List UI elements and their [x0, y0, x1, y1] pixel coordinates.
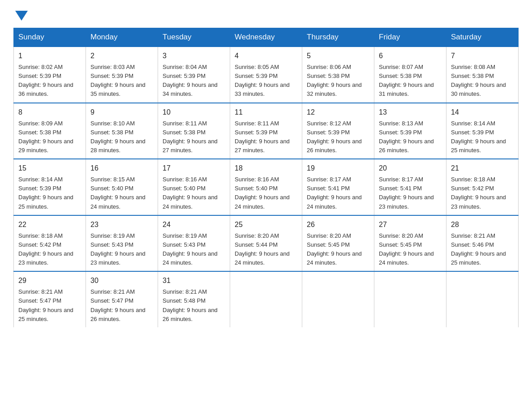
logo — [13, 9, 28, 21]
page-header — [13, 9, 519, 21]
day-info: Sunrise: 8:18 AMSunset: 5:42 PMDaylight:… — [18, 231, 81, 268]
day-info: Sunrise: 8:12 AMSunset: 5:39 PMDaylight:… — [307, 119, 369, 155]
calendar-table: SundayMondayTuesdayWednesdayThursdayFrid… — [13, 28, 519, 327]
weekday-header-sunday: Sunday — [14, 28, 86, 47]
day-number: 20 — [379, 163, 442, 174]
calendar-cell: 18Sunrise: 8:16 AMSunset: 5:40 PMDayligh… — [230, 159, 302, 215]
calendar-cell: 31Sunrise: 8:21 AMSunset: 5:48 PMDayligh… — [158, 271, 230, 327]
calendar-cell: 13Sunrise: 8:13 AMSunset: 5:39 PMDayligh… — [374, 103, 446, 159]
calendar-week-row: 15Sunrise: 8:14 AMSunset: 5:39 PMDayligh… — [14, 159, 519, 215]
calendar-cell: 30Sunrise: 8:21 AMSunset: 5:47 PMDayligh… — [86, 271, 158, 327]
day-info: Sunrise: 8:16 AMSunset: 5:40 PMDaylight:… — [163, 175, 225, 211]
day-info: Sunrise: 8:06 AMSunset: 5:38 PMDaylight:… — [307, 63, 369, 99]
day-number: 31 — [163, 275, 225, 286]
day-number: 12 — [307, 107, 369, 118]
day-number: 10 — [163, 107, 225, 118]
day-number: 7 — [451, 51, 514, 61]
day-number: 30 — [90, 275, 153, 286]
weekday-header-thursday: Thursday — [302, 28, 374, 47]
day-info: Sunrise: 8:13 AMSunset: 5:39 PMDaylight:… — [379, 119, 442, 155]
day-number: 23 — [90, 219, 153, 230]
day-info: Sunrise: 8:15 AMSunset: 5:40 PMDaylight:… — [90, 175, 153, 211]
calendar-cell: 19Sunrise: 8:17 AMSunset: 5:41 PMDayligh… — [302, 159, 374, 215]
day-info: Sunrise: 8:16 AMSunset: 5:40 PMDaylight:… — [235, 175, 297, 211]
day-info: Sunrise: 8:03 AMSunset: 5:39 PMDaylight:… — [90, 63, 153, 99]
day-number: 9 — [90, 107, 153, 118]
day-info: Sunrise: 8:04 AMSunset: 5:39 PMDaylight:… — [163, 63, 225, 99]
calendar-cell: 29Sunrise: 8:21 AMSunset: 5:47 PMDayligh… — [14, 271, 86, 327]
calendar-cell: 12Sunrise: 8:12 AMSunset: 5:39 PMDayligh… — [302, 103, 374, 159]
day-info: Sunrise: 8:02 AMSunset: 5:39 PMDaylight:… — [18, 63, 81, 99]
calendar-cell: 8Sunrise: 8:09 AMSunset: 5:38 PMDaylight… — [14, 103, 86, 159]
day-number: 18 — [235, 163, 297, 174]
day-info: Sunrise: 8:19 AMSunset: 5:43 PMDaylight:… — [90, 231, 153, 268]
day-number: 22 — [18, 219, 81, 230]
calendar-cell: 24Sunrise: 8:19 AMSunset: 5:43 PMDayligh… — [158, 215, 230, 272]
logo-triangle-icon — [15, 11, 28, 21]
day-info: Sunrise: 8:17 AMSunset: 5:41 PMDaylight:… — [379, 175, 442, 211]
calendar-cell: 21Sunrise: 8:18 AMSunset: 5:42 PMDayligh… — [446, 159, 519, 215]
calendar-cell: 26Sunrise: 8:20 AMSunset: 5:45 PMDayligh… — [302, 215, 374, 272]
day-info: Sunrise: 8:20 AMSunset: 5:45 PMDaylight:… — [307, 231, 369, 268]
calendar-cell — [446, 271, 519, 327]
day-number: 27 — [379, 219, 442, 230]
calendar-cell: 1Sunrise: 8:02 AMSunset: 5:39 PMDaylight… — [14, 47, 86, 103]
day-number: 11 — [235, 107, 297, 118]
day-info: Sunrise: 8:20 AMSunset: 5:45 PMDaylight:… — [379, 231, 442, 268]
calendar-cell: 20Sunrise: 8:17 AMSunset: 5:41 PMDayligh… — [374, 159, 446, 215]
calendar-cell: 6Sunrise: 8:07 AMSunset: 5:38 PMDaylight… — [374, 47, 446, 103]
weekday-header-monday: Monday — [86, 28, 158, 47]
day-info: Sunrise: 8:08 AMSunset: 5:38 PMDaylight:… — [451, 63, 514, 99]
calendar-header-row: SundayMondayTuesdayWednesdayThursdayFrid… — [14, 28, 519, 47]
day-info: Sunrise: 8:21 AMSunset: 5:46 PMDaylight:… — [451, 231, 514, 268]
day-number: 17 — [163, 163, 225, 174]
calendar-cell: 17Sunrise: 8:16 AMSunset: 5:40 PMDayligh… — [158, 159, 230, 215]
day-number: 29 — [18, 275, 81, 286]
day-info: Sunrise: 8:07 AMSunset: 5:38 PMDaylight:… — [379, 63, 442, 99]
day-number: 16 — [90, 163, 153, 174]
weekday-header-wednesday: Wednesday — [230, 28, 302, 47]
calendar-cell: 27Sunrise: 8:20 AMSunset: 5:45 PMDayligh… — [374, 215, 446, 272]
calendar-cell: 3Sunrise: 8:04 AMSunset: 5:39 PMDaylight… — [158, 47, 230, 103]
day-number: 15 — [18, 163, 81, 174]
calendar-cell: 23Sunrise: 8:19 AMSunset: 5:43 PMDayligh… — [86, 215, 158, 272]
day-info: Sunrise: 8:21 AMSunset: 5:48 PMDaylight:… — [163, 287, 225, 324]
calendar-cell: 11Sunrise: 8:11 AMSunset: 5:39 PMDayligh… — [230, 103, 302, 159]
day-info: Sunrise: 8:21 AMSunset: 5:47 PMDaylight:… — [90, 287, 153, 324]
calendar-cell: 15Sunrise: 8:14 AMSunset: 5:39 PMDayligh… — [14, 159, 86, 215]
calendar-cell: 7Sunrise: 8:08 AMSunset: 5:38 PMDaylight… — [446, 47, 519, 103]
calendar-cell — [302, 271, 374, 327]
weekday-header-saturday: Saturday — [446, 28, 519, 47]
day-number: 25 — [235, 219, 297, 230]
calendar-week-row: 22Sunrise: 8:18 AMSunset: 5:42 PMDayligh… — [14, 215, 519, 272]
day-number: 24 — [163, 219, 225, 230]
day-number: 2 — [90, 51, 153, 61]
day-number: 19 — [307, 163, 369, 174]
calendar-cell — [374, 271, 446, 327]
day-number: 6 — [379, 51, 442, 61]
calendar-cell: 25Sunrise: 8:20 AMSunset: 5:44 PMDayligh… — [230, 215, 302, 272]
weekday-header-friday: Friday — [374, 28, 446, 47]
day-number: 4 — [235, 51, 297, 61]
day-info: Sunrise: 8:10 AMSunset: 5:38 PMDaylight:… — [90, 119, 153, 155]
calendar-cell — [230, 271, 302, 327]
day-info: Sunrise: 8:14 AMSunset: 5:39 PMDaylight:… — [18, 175, 81, 211]
calendar-cell: 16Sunrise: 8:15 AMSunset: 5:40 PMDayligh… — [86, 159, 158, 215]
day-info: Sunrise: 8:09 AMSunset: 5:38 PMDaylight:… — [18, 119, 81, 155]
day-info: Sunrise: 8:17 AMSunset: 5:41 PMDaylight:… — [307, 175, 369, 211]
calendar-cell: 28Sunrise: 8:21 AMSunset: 5:46 PMDayligh… — [446, 215, 519, 272]
day-number: 8 — [18, 107, 81, 118]
day-info: Sunrise: 8:20 AMSunset: 5:44 PMDaylight:… — [235, 231, 297, 268]
day-number: 13 — [379, 107, 442, 118]
calendar-cell: 22Sunrise: 8:18 AMSunset: 5:42 PMDayligh… — [14, 215, 86, 272]
day-number: 26 — [307, 219, 369, 230]
calendar-cell: 4Sunrise: 8:05 AMSunset: 5:39 PMDaylight… — [230, 47, 302, 103]
calendar-cell: 9Sunrise: 8:10 AMSunset: 5:38 PMDaylight… — [86, 103, 158, 159]
calendar-week-row: 29Sunrise: 8:21 AMSunset: 5:47 PMDayligh… — [14, 271, 519, 327]
calendar-cell: 10Sunrise: 8:11 AMSunset: 5:38 PMDayligh… — [158, 103, 230, 159]
calendar-cell: 5Sunrise: 8:06 AMSunset: 5:38 PMDaylight… — [302, 47, 374, 103]
calendar-week-row: 8Sunrise: 8:09 AMSunset: 5:38 PMDaylight… — [14, 103, 519, 159]
day-info: Sunrise: 8:11 AMSunset: 5:39 PMDaylight:… — [235, 119, 297, 155]
day-info: Sunrise: 8:19 AMSunset: 5:43 PMDaylight:… — [163, 231, 225, 268]
day-number: 5 — [307, 51, 369, 61]
